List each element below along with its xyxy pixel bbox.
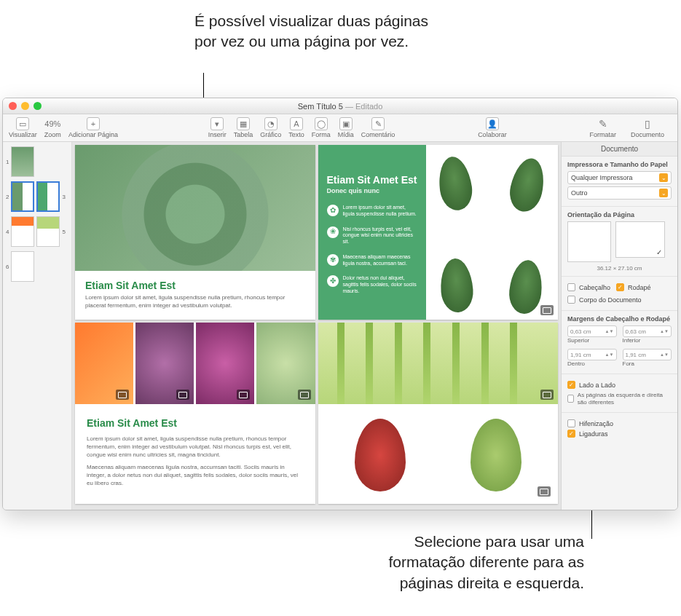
- media-icon: ▣: [339, 117, 353, 130]
- page3-image: [426, 145, 558, 320]
- header-checkbox[interactable]: Cabeçalho: [567, 283, 610, 291]
- leaf-graphic: [471, 419, 521, 491]
- zoom-button[interactable]: 49%Zoom: [44, 117, 61, 138]
- tile-image: [256, 323, 315, 404]
- stepper-icon: ▲▼: [605, 353, 614, 357]
- media-button[interactable]: ▣Mídia: [338, 117, 354, 138]
- body-checkbox[interactable]: Corpo do Documento: [567, 296, 672, 304]
- checkbox-icon: [567, 381, 575, 389]
- image-placeholder-icon[interactable]: [298, 390, 311, 400]
- spread-1: Etiam Sit Amet Est Lorem ipsum dolor sit…: [72, 142, 561, 323]
- chart-button[interactable]: ◔Gráfico: [260, 117, 281, 138]
- hero-image: [75, 145, 315, 271]
- thumb-page: [11, 251, 34, 282]
- spread-2: Etiam Sit Amet Est Lorem ipsum dolor sit…: [72, 323, 561, 507]
- leaf-graphic: [438, 258, 474, 314]
- bullet: ✾Maecenas aliquam maecenas ligula nostra…: [327, 254, 417, 267]
- thumb-num: 2: [6, 194, 9, 200]
- image-placeholder-icon[interactable]: [540, 390, 554, 400]
- orientation-portrait[interactable]: [567, 221, 611, 262]
- shape-icon: ◯: [315, 117, 328, 130]
- image-placeholder-icon[interactable]: [237, 390, 250, 400]
- add-page-button[interactable]: +Adicionar Página: [68, 117, 118, 138]
- add-page-icon: +: [87, 117, 100, 130]
- brush-icon: ✎: [597, 117, 610, 130]
- view-icon: ▭: [16, 117, 29, 130]
- format-button[interactable]: ✎Formatar: [589, 117, 616, 138]
- leaves-image: [318, 406, 559, 504]
- collaborate-button[interactable]: 👤Colaborar: [478, 117, 507, 138]
- leaf-graphic: [506, 155, 548, 215]
- hyphenation-checkbox[interactable]: Hifenização: [567, 419, 672, 427]
- margin-top-input[interactable]: 0,63 cm▲▼: [567, 325, 617, 337]
- page-5[interactable]: [318, 323, 559, 504]
- shape-button[interactable]: ◯Forma: [312, 117, 331, 138]
- comment-button[interactable]: ✎Comentário: [361, 117, 395, 138]
- page4-p1: Lorem ipsum dolor sit amet, ligula suspe…: [87, 435, 304, 459]
- document-button[interactable]: ▯Documento: [631, 117, 664, 138]
- bullet: ✤Dolor netus non dui aliquet, sagittis f…: [327, 275, 417, 294]
- leaf-icon: ❀: [327, 226, 339, 238]
- ligatures-checkbox[interactable]: Ligaduras: [567, 430, 672, 438]
- view-button[interactable]: ▭Visualizar: [9, 117, 37, 138]
- checkbox-icon: [567, 296, 575, 304]
- table-button[interactable]: ▦Tabela: [234, 117, 253, 138]
- thumb-row-3[interactable]: 45: [6, 216, 68, 247]
- thumb-num: 6: [6, 264, 9, 270]
- stepper-icon: ▲▼: [605, 330, 614, 333]
- insert-icon: ▾: [210, 117, 224, 130]
- titlebar: Sem Título 5 — Editado: [3, 98, 677, 114]
- margin-outside-input[interactable]: 1,91 cm▲▼: [623, 349, 672, 360]
- page-2[interactable]: Etiam Sit Amet Est Lorem ipsum dolor sit…: [75, 145, 315, 320]
- margins-section: Margens de Cabeçalho e Rodapé 0,63 cm▲▼S…: [562, 311, 677, 374]
- chevron-down-icon: ⌄: [659, 173, 668, 182]
- image-placeholder-icon[interactable]: [538, 486, 551, 497]
- app-window: Sem Título 5 — Editado ▭Visualizar 49%Zo…: [2, 98, 678, 510]
- orientation-section: Orientação da Página 36.12 × 27.10 cm: [562, 207, 677, 277]
- paper-picker[interactable]: Outro⌄: [567, 186, 672, 200]
- orientation-landscape[interactable]: [615, 221, 665, 258]
- page-4[interactable]: Etiam Sit Amet Est Lorem ipsum dolor sit…: [75, 323, 315, 504]
- tile-image: [75, 323, 133, 404]
- image-placeholder-icon[interactable]: [176, 390, 189, 400]
- section-title: Orientação da Página: [567, 211, 672, 218]
- thumb-page: [11, 146, 34, 177]
- page-3[interactable]: Etiam Sit Amet Est Donec quis nunc ✿Lore…: [318, 145, 559, 320]
- thumb-row-4[interactable]: 6: [6, 251, 68, 282]
- page3-title: Etiam Sit Amet Est: [327, 174, 417, 186]
- thumb-row-1[interactable]: 1: [6, 146, 68, 177]
- margin-bottom-input[interactable]: 0,63 cm▲▼: [623, 325, 672, 337]
- page4-title: Etiam Sit Amet Est: [87, 417, 304, 429]
- header-footer-section: Cabeçalho Rodapé Corpo do Documento: [562, 277, 677, 311]
- caption-body: Lorem ipsum dolor sit amet, ligula suspe…: [85, 294, 305, 309]
- section-title: Margens de Cabeçalho e Rodapé: [567, 315, 672, 323]
- leftright-different-checkbox[interactable]: As páginas da esquerda e direita são dif…: [567, 391, 672, 406]
- footer-checkbox[interactable]: Rodapé: [616, 283, 651, 291]
- thumb-page: [36, 181, 60, 212]
- inspector-tab-document[interactable]: Documento: [562, 142, 677, 157]
- checkbox-icon: [567, 283, 575, 291]
- image-placeholder-icon[interactable]: [116, 390, 129, 400]
- margin-inside-input[interactable]: 1,91 cm▲▼: [567, 349, 617, 360]
- zoom-value: 49%: [44, 117, 60, 130]
- image-placeholder-icon[interactable]: [540, 305, 554, 315]
- callout-top: É possível visualizar duas páginas por v…: [194, 11, 442, 52]
- thumb-num: 5: [62, 229, 65, 235]
- chart-icon: ◔: [264, 117, 277, 130]
- page-thumbnails: 1 23 45 6: [3, 142, 72, 510]
- text-button[interactable]: ATexto: [288, 117, 304, 138]
- printer-picker[interactable]: Qualquer Impressora⌄: [567, 171, 672, 184]
- thumb-page: [11, 181, 34, 212]
- thumb-num: 3: [62, 194, 65, 200]
- insert-button[interactable]: ▾Inserir: [208, 117, 227, 138]
- inspector-panel: Documento Impressora e Tamanho do Papel …: [561, 142, 677, 510]
- facing-pages-checkbox[interactable]: Lado a Lado: [567, 381, 672, 389]
- section-title: Impressora e Tamanho do Papel: [567, 161, 672, 168]
- callout-bottom-line: [591, 507, 592, 539]
- canvas[interactable]: Etiam Sit Amet Est Lorem ipsum dolor sit…: [72, 142, 561, 510]
- page4-body: Etiam Sit Amet Est Lorem ipsum dolor sit…: [75, 404, 315, 504]
- thumb-row-2[interactable]: 23: [6, 181, 68, 212]
- doc-name: Sem Título 5: [298, 102, 343, 111]
- stepper-icon: ▲▼: [660, 353, 669, 357]
- thumb-num: 1: [6, 159, 9, 165]
